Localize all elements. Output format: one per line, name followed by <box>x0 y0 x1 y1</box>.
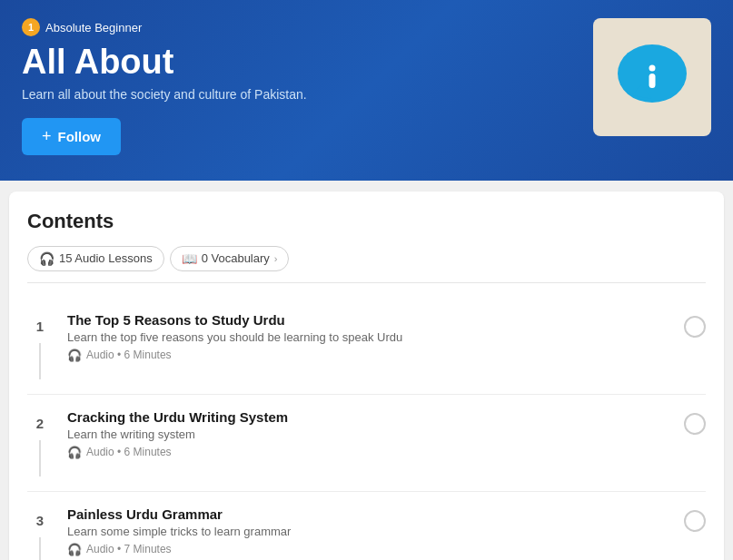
tab-audio-label: 15 Audio Lessons <box>59 251 153 265</box>
lesson-duration: Audio • 6 Minutes <box>86 446 172 458</box>
lesson-meta: 🎧 Audio • 6 Minutes <box>67 446 669 459</box>
headphones-icon: 🎧 <box>39 251 54 266</box>
lesson-content: Painless Urdu Grammar Learn some simple … <box>67 506 669 556</box>
lesson-title: Cracking the Urdu Writing System <box>67 409 669 425</box>
lesson-meta: 🎧 Audio • 7 Minutes <box>67 543 669 556</box>
lesson-line <box>39 440 41 476</box>
tab-audio-lessons[interactable]: 🎧 15 Audio Lessons <box>27 246 164 271</box>
svg-point-2 <box>649 65 655 72</box>
lesson-desc: Learn some simple tricks to learn gramma… <box>67 525 669 538</box>
lesson-number-col: 2 <box>27 409 53 476</box>
plus-icon: + <box>42 127 52 146</box>
lesson-duration: Audio • 6 Minutes <box>86 349 172 361</box>
lesson-title: Painless Urdu Grammar <box>67 506 669 522</box>
tab-vocabulary[interactable]: 📖 0 Vocabulary › <box>170 246 290 271</box>
lesson-content: Cracking the Urdu Writing System Learn t… <box>67 409 669 459</box>
lesson-number: 3 <box>27 508 53 534</box>
lesson-number-col: 3 <box>27 506 53 560</box>
lesson-row[interactable]: 2 Cracking the Urdu Writing System Learn… <box>27 395 706 492</box>
lesson-row[interactable]: 1 The Top 5 Reasons to Study Urdu Learn … <box>27 298 706 395</box>
audio-icon: 🎧 <box>67 349 82 362</box>
contents-title: Contents <box>27 210 706 233</box>
lesson-line <box>39 343 41 379</box>
level-number: 1 <box>22 18 40 36</box>
lesson-complete-checkbox[interactable] <box>684 413 706 435</box>
follow-button[interactable]: + Follow <box>22 118 121 155</box>
lesson-complete-checkbox[interactable] <box>684 316 706 338</box>
audio-icon: 🎧 <box>67 543 82 556</box>
lesson-number: 2 <box>27 411 53 437</box>
lesson-title: The Top 5 Reasons to Study Urdu <box>67 312 669 328</box>
svg-rect-3 <box>649 74 655 88</box>
lesson-desc: Learn the top five reasons you should be… <box>67 330 669 344</box>
lesson-desc: Learn the writing system <box>67 427 669 441</box>
lesson-meta: 🎧 Audio • 6 Minutes <box>67 349 669 362</box>
audio-icon: 🎧 <box>67 446 82 459</box>
page-header: 1 Absolute Beginner All About Learn all … <box>0 0 733 181</box>
lesson-line <box>39 537 41 560</box>
lesson-number-col: 1 <box>27 312 53 379</box>
follow-label: Follow <box>58 129 102 144</box>
chevron-right-icon: › <box>274 253 278 264</box>
info-chat-icon <box>614 41 691 113</box>
lesson-duration: Audio • 7 Minutes <box>86 543 172 555</box>
contents-section: Contents 🎧 15 Audio Lessons 📖 0 Vocabula… <box>9 192 724 560</box>
tabs-row: 🎧 15 Audio Lessons 📖 0 Vocabulary › <box>27 246 706 283</box>
level-label: Absolute Beginner <box>45 21 142 34</box>
header-icon-box <box>593 18 711 136</box>
book-icon: 📖 <box>182 251 197 266</box>
tab-vocab-label: 0 Vocabulary <box>202 251 270 265</box>
lesson-row[interactable]: 3 Painless Urdu Grammar Learn some simpl… <box>27 492 706 560</box>
lesson-content: The Top 5 Reasons to Study Urdu Learn th… <box>67 312 669 362</box>
lesson-complete-checkbox[interactable] <box>684 510 706 532</box>
lesson-number: 1 <box>27 314 53 339</box>
level-badge: 1 Absolute Beginner <box>22 18 142 36</box>
lesson-list: 1 The Top 5 Reasons to Study Urdu Learn … <box>27 298 706 560</box>
